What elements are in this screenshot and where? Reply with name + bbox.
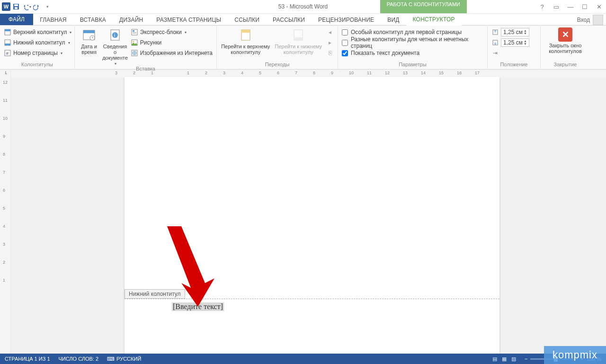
minimize-icon[interactable]: — xyxy=(565,3,576,10)
close-icon[interactable]: ✕ xyxy=(594,3,604,10)
window-controls: ? ▭ — ☐ ✕ xyxy=(537,0,604,13)
view-buttons: ▤ ▦ ▨ xyxy=(492,356,516,362)
margin-bottom-icon xyxy=(491,39,499,46)
tab-design[interactable]: ДИЗАЙН xyxy=(113,14,150,25)
tab-icon: ⇥ xyxy=(491,49,499,57)
group-header-footer: Верхний колонтитул▾ Нижний колонтитул▾ #… xyxy=(0,26,75,69)
group-navigation: Перейти к верхнему колонтитулу Перейти к… xyxy=(217,26,338,69)
tab-designer[interactable]: КОНСТРУКТОР xyxy=(406,14,462,26)
tab-review[interactable]: РЕЦЕНЗИРОВАНИЕ xyxy=(312,14,381,25)
tab-view[interactable]: ВИД xyxy=(381,14,406,25)
calendar-icon xyxy=(81,27,97,43)
group-label-nav: Переходы xyxy=(221,62,334,68)
group-label-hf: Колонтитулы xyxy=(4,62,71,68)
header-button[interactable]: Верхний колонтитул▾ xyxy=(4,27,71,37)
maximize-icon[interactable]: ☐ xyxy=(579,3,590,10)
document-canvas[interactable]: Нижний колонтитул [Введите текст] xyxy=(11,77,606,354)
avatar-icon xyxy=(593,15,603,25)
signin[interactable]: Вход xyxy=(577,15,603,25)
view-web-icon[interactable]: ▨ xyxy=(511,356,516,362)
svg-rect-25 xyxy=(294,37,303,40)
opt-show-doc[interactable]: Показать текст документа xyxy=(342,48,483,58)
status-page[interactable]: СТРАНИЦА 1 ИЗ 1 xyxy=(5,356,50,362)
vertical-ruler[interactable]: 121110987654321 xyxy=(0,77,11,354)
redo-icon[interactable] xyxy=(32,2,42,11)
group-label-position: Положение xyxy=(491,62,536,68)
group-options: Особый колонтитул для первой страницы Ра… xyxy=(338,26,488,69)
svg-text:i: i xyxy=(114,33,115,38)
header-icon xyxy=(4,28,11,36)
close-header-footer-button[interactable]: ✕ Закрыть окно колонтитулов xyxy=(544,27,586,54)
help-icon[interactable]: ? xyxy=(537,3,547,10)
quick-parts-button[interactable]: Экспресс-блоки▾ xyxy=(131,27,213,37)
opt-odd-even[interactable]: Разные колонтитулы для четных и нечетных… xyxy=(342,38,483,47)
svg-rect-16 xyxy=(133,30,134,32)
group-label-options: Параметры xyxy=(342,62,483,68)
word-icon: W xyxy=(2,2,10,11)
undo-icon[interactable]: ▾ xyxy=(22,2,31,11)
tab-home[interactable]: ГЛАВНАЯ xyxy=(33,14,73,25)
tab-layout[interactable]: РАЗМЕТКА СТРАНИЦЫ xyxy=(150,14,228,25)
footer-from-bottom[interactable]: 1,25 см▲▼ xyxy=(491,38,529,47)
opt-first-page[interactable]: Особый колонтитул для первой страницы xyxy=(342,27,483,37)
watermark: kompmix xyxy=(544,346,606,364)
zoom-out-icon[interactable]: − xyxy=(525,356,527,362)
page: Нижний колонтитул [Введите текст] xyxy=(125,77,499,354)
status-bar: СТРАНИЦА 1 ИЗ 1 ЧИСЛО СЛОВ: 2 ⌨РУССКИЙ ▤… xyxy=(0,354,606,364)
footer-tag: Нижний колонтитул xyxy=(125,289,185,299)
svg-rect-2 xyxy=(15,7,18,9)
group-position: 1,25 см▲▼ 1,25 см▲▼ ⇥ Положение xyxy=(488,26,541,69)
nav-prev: ◂ xyxy=(326,27,334,37)
svg-rect-10 xyxy=(83,30,95,33)
svg-rect-4 xyxy=(5,29,10,31)
online-pictures-button[interactable]: Изображения из Интернета xyxy=(131,48,213,58)
header-from-top[interactable]: 1,25 см▲▼ xyxy=(491,27,529,37)
doc-info-button[interactable]: i Сведения о документе▾ xyxy=(102,27,128,66)
group-close: ✕ Закрыть окно колонтитулов Закрытие xyxy=(541,26,590,69)
group-insert: Дата и время i Сведения о документе▾ Экс… xyxy=(75,26,217,69)
status-lang[interactable]: ⌨РУССКИЙ xyxy=(107,356,141,362)
ribbon-display-icon[interactable]: ▭ xyxy=(551,3,561,10)
date-time-button[interactable]: Дата и время xyxy=(79,27,99,55)
picture-icon xyxy=(131,39,138,46)
close-hf-icon: ✕ xyxy=(558,27,572,42)
qat-customize-icon[interactable]: ▾ xyxy=(43,2,52,11)
ribbon-tabs: ФАЙЛ ГЛАВНАЯ ВСТАВКА ДИЗАЙН РАЗМЕТКА СТР… xyxy=(0,14,606,26)
tab-insert[interactable]: ВСТАВКА xyxy=(73,14,113,25)
doc-info-icon: i xyxy=(107,27,123,43)
view-read-icon[interactable]: ▤ xyxy=(492,356,497,362)
online-picture-icon xyxy=(131,49,138,57)
margin-top-icon xyxy=(491,28,499,36)
pictures-button[interactable]: Рисунки xyxy=(131,38,213,47)
svg-rect-23 xyxy=(241,30,250,33)
footer-button[interactable]: Нижний колонтитул▾ xyxy=(4,38,71,47)
footer-placeholder[interactable]: [Введите текст] xyxy=(172,302,224,311)
context-tab-header: РАБОТА С КОЛОНТИТУЛАМИ xyxy=(380,0,467,13)
goto-footer-button: Перейти к нижнему колонтитулу xyxy=(274,27,324,55)
quick-parts-icon xyxy=(131,28,138,36)
goto-footer-icon xyxy=(291,27,306,43)
tab-file[interactable]: ФАЙЛ xyxy=(0,14,33,25)
svg-point-19 xyxy=(133,41,134,43)
insert-alignment-tab[interactable]: ⇥ xyxy=(491,48,529,58)
page-number-button[interactable]: #Номер страницы▾ xyxy=(4,48,71,58)
group-label-close: Закрытие xyxy=(544,62,586,68)
svg-text:#: # xyxy=(6,51,9,56)
view-print-icon[interactable]: ▦ xyxy=(502,356,507,362)
nav-next: ▸ xyxy=(326,38,334,47)
save-icon[interactable] xyxy=(11,2,21,11)
status-words[interactable]: ЧИСЛО СЛОВ: 2 xyxy=(59,356,99,362)
svg-rect-17 xyxy=(133,33,136,33)
ribbon: Верхний колонтитул▾ Нижний колонтитул▾ #… xyxy=(0,26,606,70)
tab-references[interactable]: ССЫЛКИ xyxy=(228,14,266,25)
goto-header-button[interactable]: Перейти к верхнему колонтитулу xyxy=(221,27,271,55)
footer-separator xyxy=(125,299,499,299)
work-area: 121110987654321 Нижний колонтитул [Введи… xyxy=(0,77,606,354)
tab-mailings[interactable]: РАССЫЛКИ xyxy=(266,14,312,25)
svg-rect-6 xyxy=(5,44,10,45)
svg-rect-15 xyxy=(132,29,137,35)
svg-rect-1 xyxy=(14,4,18,6)
quick-access-toolbar: W ▾ ▾ xyxy=(0,2,52,11)
goto-header-icon xyxy=(238,27,253,43)
page-number-icon: # xyxy=(4,49,11,57)
